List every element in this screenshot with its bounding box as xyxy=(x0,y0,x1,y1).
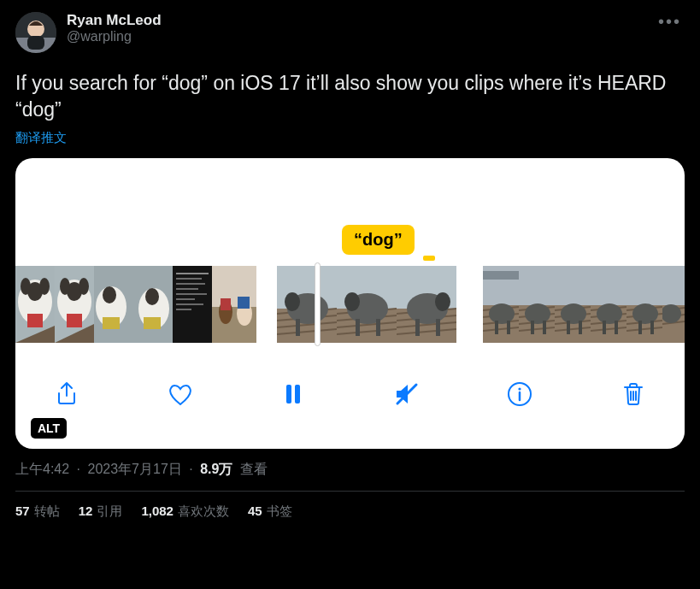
timeline-frame xyxy=(133,266,173,343)
svg-rect-25 xyxy=(144,317,161,329)
timeline-frame xyxy=(397,266,456,343)
handle: @warpling xyxy=(67,29,655,44)
views-count: 8.9万 xyxy=(200,462,232,476)
timeline-frame xyxy=(15,266,55,343)
svg-point-16 xyxy=(79,278,89,295)
svg-rect-3 xyxy=(27,36,44,50)
info-icon[interactable] xyxy=(501,375,538,413)
svg-point-114 xyxy=(632,303,658,324)
tweet-date[interactable]: 2023年7月17日 xyxy=(88,462,182,476)
video-scrubber-timeline[interactable] xyxy=(15,266,685,343)
timeline-frame xyxy=(55,266,94,343)
pause-icon[interactable] xyxy=(274,375,312,413)
svg-rect-124 xyxy=(295,385,300,403)
display-name: Ryan McLeod xyxy=(67,12,655,29)
retweets-stat[interactable]: 57 转帖 xyxy=(15,504,60,520)
svg-point-68 xyxy=(435,292,450,311)
more-menu-icon[interactable]: ••• xyxy=(655,12,685,32)
stat-label: 喜欢次数 xyxy=(178,504,229,520)
timeline-frame xyxy=(212,266,256,343)
trash-icon[interactable] xyxy=(615,375,652,413)
svg-rect-28 xyxy=(176,278,202,280)
svg-point-20 xyxy=(103,286,116,303)
tweet-text: If you search for “dog” on iOS 17 it’ll … xyxy=(15,70,685,123)
search-term-bubble: “dog” xyxy=(342,225,415,255)
playhead-marker xyxy=(423,256,435,261)
svg-point-48 xyxy=(285,292,300,311)
svg-rect-90 xyxy=(555,266,591,305)
timeline-frame xyxy=(337,266,397,343)
clip-gap xyxy=(256,266,277,343)
svg-rect-89 xyxy=(543,321,546,334)
svg-rect-40 xyxy=(238,297,250,309)
timeline-frame xyxy=(94,266,133,343)
svg-rect-30 xyxy=(176,288,198,290)
share-icon[interactable] xyxy=(48,375,85,413)
tweet-meta: 上午4:42 · 2023年7月17日 · 8.9万 查看 xyxy=(15,461,685,479)
author-names[interactable]: Ryan McLeod @warpling xyxy=(67,12,655,44)
svg-rect-77 xyxy=(483,271,519,280)
svg-rect-116 xyxy=(650,321,654,334)
svg-point-9 xyxy=(39,278,50,295)
svg-rect-33 xyxy=(176,303,203,305)
tweet-header: Ryan McLeod @warpling ••• xyxy=(15,12,685,53)
svg-point-87 xyxy=(525,303,550,324)
timeline-frame xyxy=(277,266,337,343)
alt-badge[interactable]: ALT xyxy=(31,418,67,439)
timeline-frame xyxy=(626,266,662,343)
timeline-frame xyxy=(555,266,591,343)
svg-rect-97 xyxy=(567,321,570,334)
clip-group-2[interactable] xyxy=(277,266,456,343)
svg-rect-31 xyxy=(176,293,207,295)
svg-rect-107 xyxy=(615,321,618,334)
svg-rect-80 xyxy=(507,321,510,334)
media-card[interactable]: “dog” xyxy=(15,158,685,449)
svg-point-58 xyxy=(344,292,360,311)
clip-gap xyxy=(456,266,483,343)
avatar[interactable] xyxy=(15,12,56,53)
svg-rect-38 xyxy=(221,298,231,310)
svg-rect-99 xyxy=(591,266,626,305)
mute-icon[interactable] xyxy=(388,375,426,413)
avatar-image xyxy=(15,12,56,53)
views-label: 查看 xyxy=(240,462,268,476)
translate-link[interactable]: 翻译推文 xyxy=(15,130,67,146)
svg-point-8 xyxy=(21,278,31,295)
media-toolbar xyxy=(15,375,685,413)
bookmarks-stat[interactable]: 45 书签 xyxy=(248,504,292,520)
stat-count: 12 xyxy=(79,504,93,518)
timeline-frame xyxy=(662,266,685,343)
tweet-time[interactable]: 上午4:42 xyxy=(15,462,69,476)
tweet-container: Ryan McLeod @warpling ••• If you search … xyxy=(0,0,700,528)
svg-rect-21 xyxy=(103,317,120,329)
stat-label: 引用 xyxy=(97,504,122,520)
svg-rect-108 xyxy=(626,266,662,305)
timeline-frame xyxy=(173,266,212,343)
svg-rect-10 xyxy=(27,314,43,327)
svg-rect-88 xyxy=(531,321,534,334)
svg-rect-34 xyxy=(176,309,191,310)
svg-rect-49 xyxy=(296,319,300,336)
svg-rect-27 xyxy=(176,273,209,274)
svg-point-105 xyxy=(597,303,622,324)
clip-group-1[interactable] xyxy=(15,266,256,343)
svg-rect-70 xyxy=(436,319,440,336)
svg-rect-81 xyxy=(519,266,555,305)
svg-rect-115 xyxy=(638,321,642,334)
svg-point-96 xyxy=(561,303,586,324)
svg-rect-79 xyxy=(495,321,498,334)
svg-rect-32 xyxy=(176,298,195,300)
scrubber-playhead[interactable] xyxy=(315,262,321,346)
likes-stat[interactable]: 1,082 喜欢次数 xyxy=(141,504,229,520)
svg-rect-60 xyxy=(376,319,380,336)
svg-rect-29 xyxy=(176,283,205,285)
quotes-stat[interactable]: 12 引用 xyxy=(79,504,123,520)
svg-rect-106 xyxy=(603,321,606,334)
svg-rect-98 xyxy=(579,321,582,334)
svg-point-78 xyxy=(489,303,515,324)
clip-group-3[interactable] xyxy=(483,266,685,343)
heart-icon[interactable] xyxy=(162,375,199,413)
svg-point-127 xyxy=(519,387,521,390)
stat-count: 57 xyxy=(15,504,30,518)
stat-count: 45 xyxy=(248,504,262,518)
